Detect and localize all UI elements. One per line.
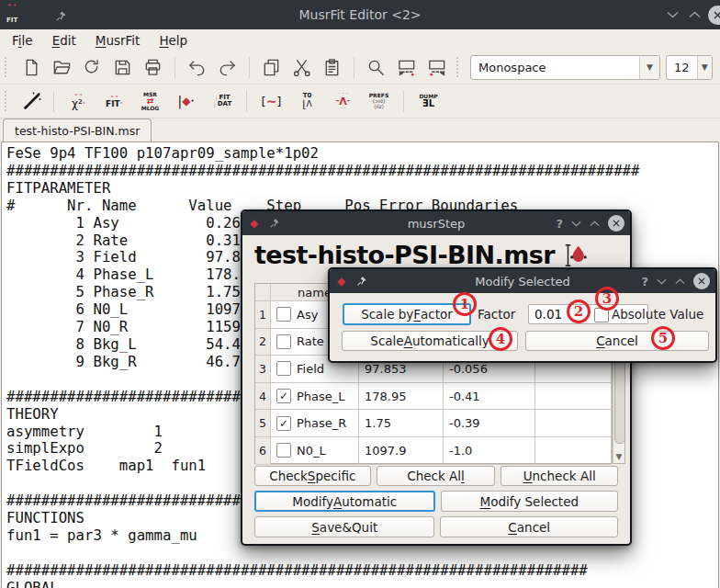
- chevron-down-icon[interactable]: ▼: [639, 56, 659, 79]
- scrollbar-down-arrow[interactable]: ▼: [613, 452, 624, 461]
- musrstep-app-icon: ◆: [337, 276, 345, 287]
- undo-icon[interactable]: [185, 55, 209, 80]
- calc-chisq-icon[interactable]: ⁺ ⁺χ²⁺: [63, 87, 94, 115]
- annotation-circle-1: 1: [453, 292, 477, 316]
- window-title: MusrFit Editor <2>: [298, 7, 421, 22]
- row-header: 5: [255, 410, 271, 437]
- msr2mlog-icon[interactable]: MSR⇄MLOG: [135, 87, 165, 115]
- param-checkbox[interactable]: ✓: [276, 389, 291, 403]
- scale-by-factor-button[interactable]: Scale by Factor: [343, 303, 471, 325]
- musrfit-icon[interactable]: ⁺ ⁺FIT⁺: [99, 87, 129, 115]
- toolbar-separator: [403, 91, 404, 112]
- absolute-value-label: Absolute Value: [612, 303, 703, 325]
- toolbar-separator: [249, 57, 250, 78]
- tab-bar: test-histo-PSI-BIN.msr: [0, 119, 720, 141]
- musrstep-app-icon: ◆: [250, 218, 258, 229]
- font-size-combobox[interactable]: 12 ▼: [666, 55, 713, 80]
- param-checkbox[interactable]: [276, 334, 291, 349]
- param-name-cell: ✓Phase_L: [271, 383, 359, 411]
- maximize-button[interactable]: [590, 220, 600, 227]
- copy-icon[interactable]: [259, 55, 284, 80]
- menu-file[interactable]: File: [12, 33, 33, 48]
- cancel-button[interactable]: Cancel: [525, 331, 709, 351]
- annotation-circle-4: 4: [489, 327, 512, 351]
- prefs-icon[interactable]: PREFS(ɔıd)⟨ılz⟩: [364, 87, 394, 115]
- param-checkbox[interactable]: [276, 361, 291, 376]
- minimize-button[interactable]: [667, 0, 679, 29]
- find-next-icon[interactable]: [394, 55, 419, 80]
- menu-edit[interactable]: Edit: [52, 33, 76, 48]
- help-button[interactable]: ?: [641, 275, 648, 288]
- musrview-plot-icon[interactable]: [~]: [256, 87, 287, 115]
- search-icon[interactable]: [364, 55, 388, 80]
- find-prev-icon[interactable]: [424, 55, 449, 80]
- param-extra-cell: [535, 383, 612, 411]
- open-folder-icon[interactable]: [50, 55, 74, 80]
- tab-test-histo-psi-bin[interactable]: test-histo-PSI-BIN.msr: [3, 119, 152, 141]
- fourier-icon[interactable]: ⁻ ⁻ ⁻-Λ-⁻ ⁻: [328, 87, 358, 115]
- pin-icon[interactable]: [269, 215, 280, 232]
- t0-icon[interactable]: T0⌊Λ: [292, 87, 322, 115]
- column-header[interactable]: [255, 284, 271, 301]
- close-button[interactable]: [693, 273, 710, 289]
- cancel-button[interactable]: Cancel: [440, 516, 618, 537]
- pin-icon[interactable]: [55, 8, 67, 26]
- reload-icon[interactable]: [80, 55, 105, 80]
- param-extra-cell: [535, 410, 612, 437]
- annotation-circle-5: 5: [651, 326, 675, 350]
- font-family-value: Monospace: [471, 61, 639, 74]
- musrfit-toolbar: ⁺ ⁺χ²⁺⁺ ⁺FIT⁺MSR⇄MLOG|◆•⋮FIT⋮DAT[~]T0⌊Λ⁻…: [0, 85, 720, 119]
- modify-automatic-button[interactable]: Modify Automatic: [254, 491, 435, 512]
- param-step-cell: -0.41: [444, 383, 535, 411]
- pin-icon[interactable]: [356, 273, 367, 290]
- main-toolbar: Monospace ▼ 12 ▼: [0, 51, 720, 85]
- new-document-icon[interactable]: [19, 55, 44, 80]
- save-icon[interactable]: [110, 55, 135, 80]
- menu-bar: FileEditMusrFitHelp: [0, 29, 720, 51]
- maximize-button[interactable]: [675, 278, 685, 285]
- close-button[interactable]: [608, 215, 624, 232]
- row-header: 4: [255, 383, 271, 411]
- modify-selected-button[interactable]: Modify Selected: [441, 491, 619, 512]
- row-header: 6: [255, 437, 271, 465]
- msr2dat-icon[interactable]: ⋮FIT⋮DAT: [207, 87, 237, 115]
- musrstep-titlebar[interactable]: ◆ musrStep ?: [242, 211, 630, 235]
- annotation-circle-2: 2: [567, 300, 591, 323]
- check-all-button[interactable]: Check All: [377, 466, 496, 486]
- musrwiz-icon[interactable]: [19, 89, 44, 114]
- param-checkbox[interactable]: ✓: [276, 416, 291, 431]
- minimize-button[interactable]: [571, 220, 581, 227]
- modify-selected-titlebar[interactable]: ◆ Modify Selected ?: [330, 269, 715, 293]
- musrview-diamond-icon[interactable]: |◆•: [171, 87, 201, 115]
- dump-icon[interactable]: DUMPEL: [413, 87, 444, 115]
- toolbar-separator: [246, 91, 247, 112]
- menu-help[interactable]: Help: [159, 33, 187, 48]
- param-extra-cell: [535, 437, 612, 465]
- maximize-button[interactable]: [689, 0, 701, 29]
- param-name-cell: ✓Phase_R: [271, 410, 359, 437]
- param-checkbox[interactable]: [276, 307, 291, 322]
- toolbar-separator: [354, 57, 354, 78]
- save-quit-button[interactable]: Save&Quit: [254, 516, 434, 537]
- cut-icon[interactable]: [289, 55, 314, 80]
- menu-musrfit[interactable]: MusrFit: [96, 33, 141, 48]
- close-button[interactable]: [708, 6, 720, 25]
- minimize-button[interactable]: [657, 278, 667, 285]
- uncheck-all-button[interactable]: Uncheck All: [501, 466, 618, 486]
- param-value-cell: 1.75: [359, 410, 444, 437]
- dialog-title: musrStep: [408, 217, 466, 231]
- print-icon[interactable]: [141, 55, 165, 80]
- annotation-circle-3: 3: [595, 287, 619, 311]
- font-family-combobox[interactable]: Monospace ▼: [470, 55, 660, 80]
- toolbar-handle[interactable]: [456, 57, 462, 77]
- help-button[interactable]: ?: [556, 217, 563, 231]
- paste-icon[interactable]: [320, 55, 344, 80]
- toolbar-separator: [53, 91, 54, 112]
- redo-icon[interactable]: [215, 55, 240, 80]
- toolbar-handle[interactable]: [5, 57, 10, 77]
- param-checkbox[interactable]: [276, 443, 291, 458]
- chevron-down-icon[interactable]: ▼: [697, 56, 712, 79]
- toolbar-handle[interactable]: [5, 91, 10, 111]
- check-specific-button[interactable]: Check Specific: [254, 466, 371, 486]
- row-header: 3: [255, 356, 271, 383]
